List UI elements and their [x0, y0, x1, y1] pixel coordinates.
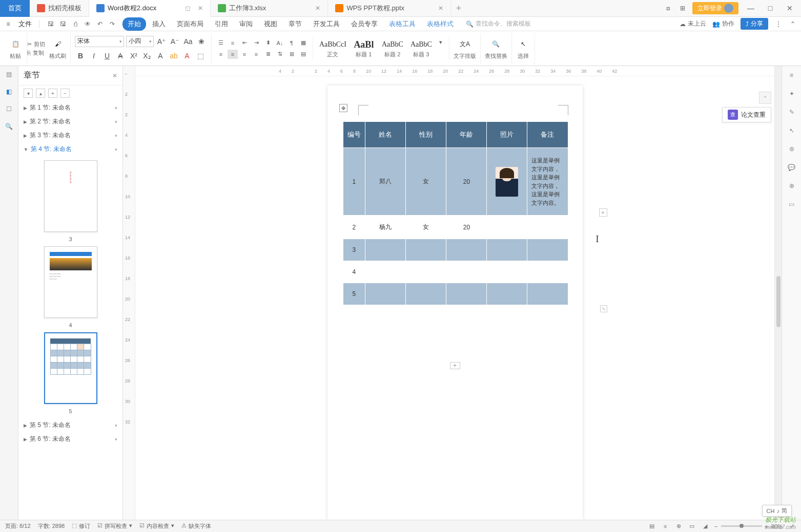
tool-icon[interactable]: ⊕ [787, 181, 797, 191]
horizontal-ruler[interactable]: 42 246 81012 141618 202224 262830 323436… [135, 66, 774, 76]
align-right-button[interactable]: ≡ [239, 50, 250, 59]
table-cell[interactable]: 5 [343, 283, 365, 305]
section-item[interactable]: ▶第 5 节: 未命名▾ [18, 418, 122, 432]
table-header[interactable]: 年龄 [446, 122, 487, 148]
ribbon-tab-reference[interactable]: 引用 [210, 17, 233, 31]
close-icon[interactable]: ✕ [438, 5, 443, 12]
tab-menu-icon[interactable]: ⊡ [185, 5, 191, 12]
table-cell[interactable]: 20 [446, 216, 487, 239]
styles-more-button[interactable]: ▾ [436, 37, 446, 47]
table-cell[interactable] [487, 216, 527, 239]
ribbon-tab-member[interactable]: 会员专享 [346, 17, 383, 31]
table-header[interactable]: 照片 [487, 122, 527, 148]
ribbon-tab-start[interactable]: 开始 [122, 17, 146, 31]
table-cell[interactable]: 郑八 [365, 148, 406, 216]
underline-button[interactable]: U [101, 50, 113, 61]
ime-indicator[interactable]: CH ♪ 简 [762, 505, 792, 517]
align-left-button[interactable]: ≡ [216, 50, 226, 59]
table-cell[interactable] [487, 283, 527, 305]
table-cell[interactable]: 1 [343, 148, 365, 216]
table-cell[interactable] [487, 239, 527, 261]
table-cell[interactable] [406, 239, 446, 261]
comment-icon[interactable]: 💬 [787, 162, 797, 173]
view-read-icon[interactable]: ▭ [688, 522, 696, 530]
table-row[interactable]: 4 [343, 261, 568, 283]
reading-icon[interactable]: ▭ [787, 199, 797, 209]
table-header[interactable]: 编号 [343, 122, 365, 148]
table-header[interactable]: 备注 [527, 122, 568, 148]
section-item[interactable]: ▶第 2 节: 未命名▾ [18, 115, 122, 129]
indent-button[interactable]: ⇥ [251, 38, 261, 48]
file-menu[interactable]: 文件 [18, 19, 32, 29]
font-name-select[interactable]: 宋体▾ [75, 36, 124, 47]
outdent-button[interactable]: ⇤ [239, 38, 250, 48]
doc-tab-templates[interactable]: 找稻壳模板 [30, 0, 89, 17]
table-cell[interactable] [527, 239, 568, 261]
format-brush-button[interactable]: 🖌 [51, 37, 65, 51]
table-header[interactable]: 姓名 [365, 122, 406, 148]
align-justify-button[interactable]: ≡ [251, 50, 261, 59]
table-cell[interactable]: 女 [406, 148, 446, 216]
ribbon-tab-layout[interactable]: 页面布局 [172, 17, 209, 31]
style-heading1[interactable]: AaBl标题 1 [350, 37, 378, 59]
para-spacing-button[interactable]: ⇅ [275, 50, 285, 59]
home-tab[interactable]: 首页 [0, 0, 30, 17]
change-case-button[interactable]: Aa [182, 36, 194, 47]
ribbon-tab-tabletools[interactable]: 表格工具 [384, 17, 421, 31]
table-cell-note[interactable]: 这里是举例文字内容，这里是举例文字内容，这里是举例文字内容。 [527, 148, 568, 216]
table-cell[interactable] [365, 239, 406, 261]
side-toggle[interactable]: ⌃ [759, 92, 771, 104]
collapse-all-button[interactable]: ▴ [36, 89, 45, 98]
vertical-scrollbar[interactable] [774, 66, 782, 520]
more-icon[interactable]: ⋮ [774, 20, 783, 28]
superscript-button[interactable]: X² [128, 50, 139, 61]
login-button[interactable]: 立即登录 [692, 2, 738, 14]
select-group[interactable]: ↖ 选择 [512, 33, 535, 64]
page-status[interactable]: 页面: 8/12 [5, 522, 31, 530]
save-icon[interactable]: 🖫 [47, 20, 55, 28]
doc-tab-ppt[interactable]: WPS PPT教程.pptx ✕ [328, 0, 451, 17]
section-item-active[interactable]: ▼第 4 节: 未命名▾ [18, 142, 122, 156]
ribbon-tab-review[interactable]: 审阅 [234, 17, 258, 31]
shading-button[interactable]: ▤ [298, 50, 309, 59]
highlight-button[interactable]: ab [168, 50, 179, 61]
view-page-icon[interactable]: ▤ [648, 522, 656, 530]
calendar-icon[interactable]: ⧈ [664, 4, 673, 13]
table-cell[interactable] [527, 216, 568, 239]
outline-icon[interactable]: ▤ [4, 69, 14, 79]
missing-font-warning[interactable]: ⚠缺失字体 [181, 522, 211, 530]
view-outline-icon[interactable]: ≡ [661, 522, 669, 530]
bold-button[interactable]: B [75, 50, 86, 61]
table-cell[interactable] [365, 261, 406, 283]
table-cell[interactable] [365, 283, 406, 305]
chapter-icon[interactable]: ◧ [4, 87, 14, 97]
apps-icon[interactable]: ⊞ [678, 4, 687, 13]
table-cell[interactable]: 2 [343, 216, 365, 239]
char-border-button[interactable]: ⬚ [195, 50, 206, 61]
page-thumbnail[interactable]: text text texttext text texttext text [44, 246, 97, 318]
panel-close-icon[interactable]: ✕ [112, 72, 117, 79]
text-layout-group[interactable]: 文A 文字排版 [449, 33, 481, 64]
table-row[interactable]: 1 郑八 女 20 这里是举例文字内容，这里是举例文字内容，这里是举例文字内容。 [343, 148, 568, 216]
paste-button[interactable]: 📋 [8, 37, 23, 51]
content-check-toggle[interactable]: ☑内容检查▾ [139, 522, 174, 530]
italic-button[interactable]: I [88, 50, 99, 61]
increase-font-button[interactable]: A⁺ [156, 36, 167, 47]
collapse-ribbon-icon[interactable]: ⌃ [789, 20, 797, 28]
doc-tab-word[interactable]: Word教程2.docx ⊡ ✕ [89, 0, 211, 17]
table-cell[interactable]: 女 [406, 216, 446, 239]
table-cell[interactable]: 杨九 [365, 216, 406, 239]
table-header[interactable]: 性别 [406, 122, 446, 148]
edit-icon[interactable]: ✎ [787, 107, 797, 117]
document-page[interactable]: ✥ 编号 姓名 性别 年龄 照片 备注 1 郑八 [327, 86, 583, 520]
doc-tab-excel[interactable]: 工作簿3.xlsx ✕ [211, 0, 328, 17]
table-cell[interactable]: 20 [446, 148, 487, 216]
save-as-icon[interactable]: 🖫 [59, 20, 67, 28]
pointer-icon[interactable]: ↖ [787, 125, 797, 136]
page-thumbnail[interactable]: 3333 [44, 160, 97, 232]
font-color-button[interactable]: A [181, 50, 193, 61]
table-row[interactable]: 3 [343, 239, 568, 261]
page-thumbnail-selected[interactable] [44, 332, 97, 404]
zoom-out-button[interactable]: − [714, 523, 717, 529]
revise-toggle[interactable]: ⬚修订 [72, 522, 90, 530]
